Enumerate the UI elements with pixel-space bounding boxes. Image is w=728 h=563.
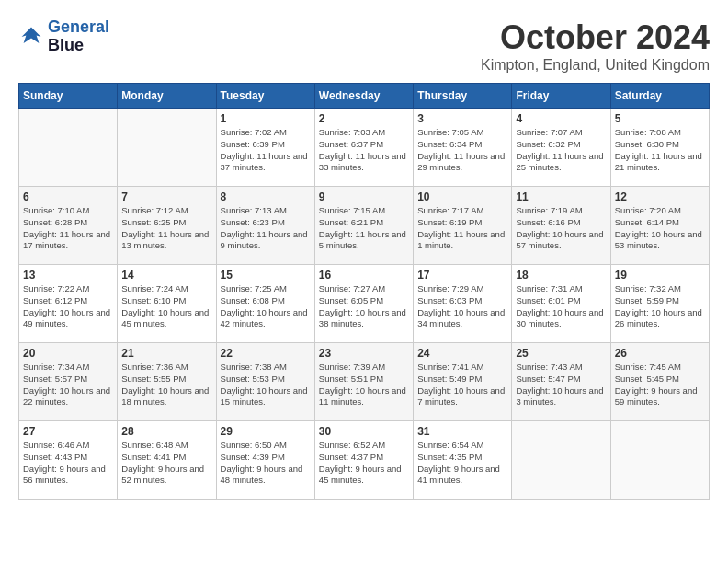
day-header: Friday — [512, 84, 610, 109]
calendar-cell: 11Sunrise: 7:19 AM Sunset: 6:16 PM Dayli… — [512, 187, 610, 265]
calendar-week-row: 6Sunrise: 7:10 AM Sunset: 6:28 PM Daylig… — [19, 187, 710, 265]
calendar-cell: 18Sunrise: 7:31 AM Sunset: 6:01 PM Dayli… — [512, 265, 610, 343]
calendar-cell: 7Sunrise: 7:12 AM Sunset: 6:25 PM Daylig… — [118, 187, 216, 265]
day-info: Sunrise: 7:24 AM Sunset: 6:10 PM Dayligh… — [121, 283, 211, 330]
calendar-cell: 9Sunrise: 7:15 AM Sunset: 6:21 PM Daylig… — [314, 187, 413, 265]
calendar-cell: 25Sunrise: 7:43 AM Sunset: 5:47 PM Dayli… — [512, 343, 610, 421]
day-number: 24 — [417, 347, 507, 360]
day-number: 18 — [516, 269, 606, 282]
day-info: Sunrise: 7:17 AM Sunset: 6:19 PM Dayligh… — [417, 205, 507, 252]
day-info: Sunrise: 6:52 AM Sunset: 4:37 PM Dayligh… — [319, 440, 409, 487]
day-info: Sunrise: 6:46 AM Sunset: 4:43 PM Dayligh… — [23, 440, 113, 487]
calendar-cell: 10Sunrise: 7:17 AM Sunset: 6:19 PM Dayli… — [414, 187, 512, 265]
logo-text: General Blue — [48, 18, 109, 55]
location: Kimpton, England, United Kingdom — [481, 57, 710, 74]
month-title: October 2024 — [481, 18, 710, 57]
page-header: General Blue October 2024 Kimpton, Engla… — [18, 18, 710, 74]
day-number: 15 — [221, 269, 311, 282]
day-info: Sunrise: 7:27 AM Sunset: 6:05 PM Dayligh… — [319, 283, 409, 330]
day-number: 16 — [319, 269, 409, 282]
day-number: 7 — [121, 190, 211, 203]
calendar-cell: 5Sunrise: 7:08 AM Sunset: 6:30 PM Daylig… — [610, 109, 709, 187]
calendar-header-row: SundayMondayTuesdayWednesdayThursdayFrid… — [19, 84, 710, 109]
calendar-cell: 17Sunrise: 7:29 AM Sunset: 6:03 PM Dayli… — [414, 265, 512, 343]
day-info: Sunrise: 7:07 AM Sunset: 6:32 PM Dayligh… — [516, 127, 606, 174]
day-header: Saturday — [610, 84, 709, 109]
day-info: Sunrise: 7:08 AM Sunset: 6:30 PM Dayligh… — [615, 127, 705, 174]
calendar-cell: 2Sunrise: 7:03 AM Sunset: 6:37 PM Daylig… — [314, 109, 413, 187]
calendar-cell — [19, 109, 118, 187]
day-number: 22 — [221, 347, 311, 360]
day-number: 31 — [417, 425, 507, 438]
day-info: Sunrise: 7:15 AM Sunset: 6:21 PM Dayligh… — [319, 205, 409, 252]
title-block: October 2024 Kimpton, England, United Ki… — [481, 18, 710, 74]
day-header: Sunday — [19, 84, 118, 109]
day-number: 17 — [417, 269, 507, 282]
calendar-cell: 23Sunrise: 7:39 AM Sunset: 5:51 PM Dayli… — [314, 343, 413, 421]
calendar-cell: 29Sunrise: 6:50 AM Sunset: 4:39 PM Dayli… — [216, 421, 314, 500]
day-info: Sunrise: 7:32 AM Sunset: 5:59 PM Dayligh… — [615, 283, 705, 330]
day-info: Sunrise: 7:38 AM Sunset: 5:53 PM Dayligh… — [221, 362, 311, 408]
day-info: Sunrise: 7:13 AM Sunset: 6:23 PM Dayligh… — [221, 205, 311, 252]
day-number: 4 — [516, 112, 606, 125]
calendar-cell: 8Sunrise: 7:13 AM Sunset: 6:23 PM Daylig… — [216, 187, 314, 265]
calendar-cell: 20Sunrise: 7:34 AM Sunset: 5:57 PM Dayli… — [19, 343, 118, 421]
calendar-cell: 3Sunrise: 7:05 AM Sunset: 6:34 PM Daylig… — [414, 109, 512, 187]
day-info: Sunrise: 7:12 AM Sunset: 6:25 PM Dayligh… — [121, 205, 211, 252]
day-header: Wednesday — [314, 84, 413, 109]
day-number: 21 — [121, 347, 211, 360]
day-number: 20 — [23, 347, 113, 360]
day-number: 10 — [417, 190, 507, 203]
day-number: 25 — [516, 347, 606, 360]
calendar-cell: 26Sunrise: 7:45 AM Sunset: 5:45 PM Dayli… — [610, 343, 709, 421]
day-info: Sunrise: 7:19 AM Sunset: 6:16 PM Dayligh… — [516, 205, 606, 252]
calendar-cell: 24Sunrise: 7:41 AM Sunset: 5:49 PM Dayli… — [414, 343, 512, 421]
day-info: Sunrise: 7:22 AM Sunset: 6:12 PM Dayligh… — [23, 283, 113, 330]
day-info: Sunrise: 7:25 AM Sunset: 6:08 PM Dayligh… — [221, 283, 311, 330]
day-number: 11 — [516, 190, 606, 203]
calendar-cell: 4Sunrise: 7:07 AM Sunset: 6:32 PM Daylig… — [512, 109, 610, 187]
calendar-cell: 28Sunrise: 6:48 AM Sunset: 4:41 PM Dayli… — [118, 421, 216, 500]
day-number: 3 — [417, 112, 507, 125]
day-number: 26 — [615, 347, 705, 360]
calendar-week-row: 20Sunrise: 7:34 AM Sunset: 5:57 PM Dayli… — [19, 343, 710, 421]
calendar-cell: 30Sunrise: 6:52 AM Sunset: 4:37 PM Dayli… — [314, 421, 413, 500]
day-info: Sunrise: 7:41 AM Sunset: 5:49 PM Dayligh… — [417, 362, 507, 408]
calendar-cell: 1Sunrise: 7:02 AM Sunset: 6:39 PM Daylig… — [216, 109, 314, 187]
calendar-cell: 6Sunrise: 7:10 AM Sunset: 6:28 PM Daylig… — [19, 187, 118, 265]
day-number: 8 — [221, 190, 311, 203]
day-number: 9 — [319, 190, 409, 203]
day-info: Sunrise: 7:36 AM Sunset: 5:55 PM Dayligh… — [121, 362, 211, 408]
calendar-cell — [118, 109, 216, 187]
calendar-week-row: 1Sunrise: 7:02 AM Sunset: 6:39 PM Daylig… — [19, 109, 710, 187]
day-number: 14 — [121, 269, 211, 282]
day-number: 13 — [23, 269, 113, 282]
day-number: 29 — [221, 425, 311, 438]
day-number: 5 — [615, 112, 705, 125]
calendar-cell: 21Sunrise: 7:36 AM Sunset: 5:55 PM Dayli… — [118, 343, 216, 421]
calendar-cell: 16Sunrise: 7:27 AM Sunset: 6:05 PM Dayli… — [314, 265, 413, 343]
day-info: Sunrise: 6:48 AM Sunset: 4:41 PM Dayligh… — [121, 440, 211, 487]
day-number: 27 — [23, 425, 113, 438]
day-number: 28 — [121, 425, 211, 438]
day-info: Sunrise: 7:02 AM Sunset: 6:39 PM Dayligh… — [221, 127, 311, 174]
calendar-table: SundayMondayTuesdayWednesdayThursdayFrid… — [18, 83, 710, 500]
day-info: Sunrise: 6:50 AM Sunset: 4:39 PM Dayligh… — [221, 440, 311, 487]
day-info: Sunrise: 6:54 AM Sunset: 4:35 PM Dayligh… — [417, 440, 507, 487]
calendar-cell: 14Sunrise: 7:24 AM Sunset: 6:10 PM Dayli… — [118, 265, 216, 343]
day-info: Sunrise: 7:20 AM Sunset: 6:14 PM Dayligh… — [615, 205, 705, 252]
day-info: Sunrise: 7:39 AM Sunset: 5:51 PM Dayligh… — [319, 362, 409, 408]
calendar-cell: 15Sunrise: 7:25 AM Sunset: 6:08 PM Dayli… — [216, 265, 314, 343]
calendar-cell: 22Sunrise: 7:38 AM Sunset: 5:53 PM Dayli… — [216, 343, 314, 421]
day-info: Sunrise: 7:10 AM Sunset: 6:28 PM Dayligh… — [23, 205, 113, 252]
calendar-cell — [512, 421, 610, 500]
calendar-cell: 12Sunrise: 7:20 AM Sunset: 6:14 PM Dayli… — [610, 187, 709, 265]
day-info: Sunrise: 7:29 AM Sunset: 6:03 PM Dayligh… — [417, 283, 507, 330]
calendar-cell: 19Sunrise: 7:32 AM Sunset: 5:59 PM Dayli… — [610, 265, 709, 343]
day-info: Sunrise: 7:45 AM Sunset: 5:45 PM Dayligh… — [615, 362, 705, 408]
day-header: Tuesday — [216, 84, 314, 109]
day-number: 12 — [615, 190, 705, 203]
logo-icon — [18, 24, 44, 50]
day-info: Sunrise: 7:43 AM Sunset: 5:47 PM Dayligh… — [516, 362, 606, 408]
svg-marker-0 — [22, 27, 41, 43]
